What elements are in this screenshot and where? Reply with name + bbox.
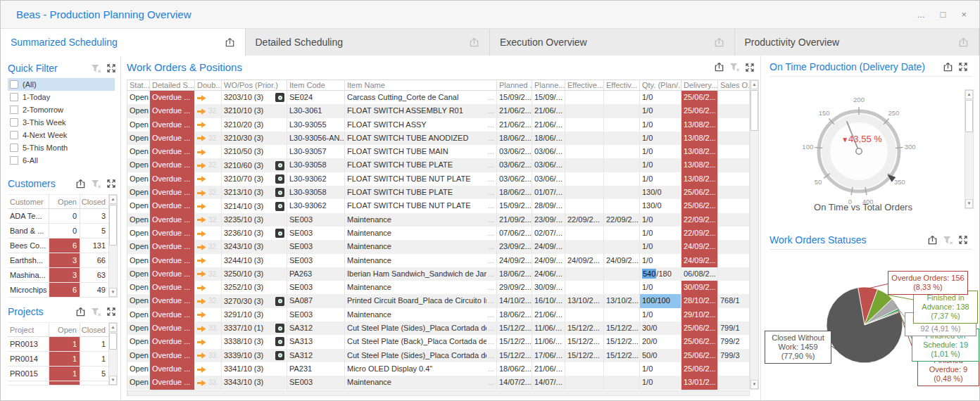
table-row[interactable]: Bees Co...6131 <box>8 238 108 253</box>
maximize-button[interactable]: □ <box>941 9 946 20</box>
column-header-project[interactable]: Project <box>8 323 49 336</box>
horizontal-scrollbar[interactable] <box>127 390 750 396</box>
work-order-row[interactable]: OpenOverdue ...32.3210/60 (3)L30-93058FL… <box>127 158 750 172</box>
tab-productivity-overview[interactable]: Productivity Overview <box>735 29 980 56</box>
work-order-row[interactable]: OpenOverdue ...33.3339/10 (3)SA312Cut St… <box>127 349 750 362</box>
scroll-down-icon[interactable]: ▼ <box>109 288 117 297</box>
work-order-row[interactable]: OpenOverdue ...32.3210/10 (3)L30-3061FLO… <box>127 104 750 117</box>
column-header-detailed-s[interactable]: Detailed S... <box>150 80 195 90</box>
column-header-planned[interactable]: Planned ... <box>497 80 532 90</box>
quick-filter-item-4-next-week[interactable]: 4-Next Week <box>8 129 115 141</box>
quick-filter-item-6-all[interactable]: 6-All <box>8 154 115 167</box>
work-order-row[interactable]: OpenOverdue ...32.3210/30 (3)L30-93056-A… <box>127 132 750 145</box>
work-order-row[interactable]: OpenOverdue ...3236/10 (3)SE003Maintenan… <box>127 227 750 240</box>
filter-clear-icon[interactable] <box>729 63 740 72</box>
column-header-delivery[interactable]: Delivery... <box>681 80 718 90</box>
export-icon[interactable] <box>943 62 953 72</box>
column-header-open[interactable]: Open <box>49 323 80 336</box>
column-header-closed[interactable]: Closed <box>80 323 108 336</box>
tab-execution-overview[interactable]: Execution Overview <box>490 29 735 56</box>
column-header-stat[interactable]: Stat... <box>127 80 150 90</box>
checkbox[interactable] <box>10 106 18 114</box>
column-header-sales-o[interactable]: Sales O... <box>718 80 750 90</box>
checkbox[interactable] <box>10 156 18 165</box>
tab-detailed-scheduling[interactable]: Detailed Scheduling <box>246 29 491 56</box>
scroll-up-icon[interactable]: ▲ <box>965 90 973 99</box>
filter-clear-icon[interactable] <box>91 179 101 189</box>
checkbox[interactable] <box>10 144 18 152</box>
vertical-scrollbar[interactable]: ▲▼ <box>108 194 118 298</box>
expand-icon[interactable] <box>106 179 116 189</box>
table-row[interactable]: Mashina...363 <box>8 268 108 283</box>
work-order-row[interactable]: OpenOverdue ...3338/10 (3)SA313Cut Steel… <box>127 335 750 348</box>
filter-clear-icon[interactable] <box>91 64 101 73</box>
column-header-item-name[interactable]: Item Name <box>345 80 497 90</box>
work-order-row[interactable]: OpenOverdue ...32.3270/30 (3)SA087Printe… <box>127 294 750 307</box>
expand-icon[interactable] <box>106 307 116 317</box>
close-button[interactable]: × <box>961 9 967 20</box>
table-row[interactable]: Band & ...05 <box>8 224 108 238</box>
work-order-row[interactable]: OpenOverdue ...3252/10 (3)SE003Maintenan… <box>127 281 750 294</box>
expand-icon[interactable] <box>958 62 968 72</box>
work-order-row[interactable]: OpenOverdue ...3210/50 (3)L30-93057FLOAT… <box>127 145 750 158</box>
work-order-row[interactable]: OpenOverdue ...33.3343/10 (3)SE003Mainte… <box>127 376 750 389</box>
export-icon[interactable] <box>75 179 86 189</box>
work-order-row[interactable]: OpenOverdue ...33.3337/10 (1)SA312Cut St… <box>127 322 750 335</box>
export-icon[interactable] <box>75 307 86 317</box>
column-header-effective[interactable]: Effective... <box>565 80 604 90</box>
export-icon[interactable] <box>958 37 969 48</box>
work-orders-scrollbar[interactable]: ▲▼ <box>750 79 759 390</box>
quick-filter-item-3-this-week[interactable]: 3-This Week <box>8 116 115 129</box>
scroll-down-icon[interactable]: ▼ <box>965 199 973 208</box>
gauge-panel-scrollbar[interactable]: ▲▼ <box>965 89 974 209</box>
export-icon[interactable] <box>225 37 235 48</box>
table-row[interactable]: PR001515 <box>8 367 108 381</box>
expand-icon[interactable] <box>106 63 116 73</box>
checkbox[interactable] <box>10 80 18 89</box>
expand-icon[interactable] <box>745 63 755 72</box>
quick-filter-item-2-tomorrow[interactable]: 2-Tomorrow <box>8 103 115 116</box>
export-icon[interactable] <box>714 37 724 48</box>
work-order-row[interactable]: OpenOverdue ...3210/70 (3)L30-93062FLOAT… <box>127 172 750 186</box>
column-header-effectiv[interactable]: Effectiv... <box>604 80 640 90</box>
work-order-row[interactable]: OpenOverdue ...3203/10 (3)SE024Carcass C… <box>127 91 750 104</box>
column-header-doub[interactable]: Doub... <box>195 80 222 90</box>
work-order-row[interactable]: OpenOverdue ...3210/20 (3)L30-93055FLOAT… <box>127 118 750 132</box>
work-order-row[interactable]: OpenOverdue ...3341/10 (3)PA231Micro OLE… <box>127 362 750 376</box>
table-row[interactable]: Microchips649 <box>8 283 108 298</box>
vertical-scrollbar[interactable]: ▲▼ <box>108 322 118 386</box>
work-order-row[interactable]: OpenOverdue ...32.3243/10 (3)SE003Mainte… <box>127 240 750 253</box>
scroll-down-icon[interactable]: ▼ <box>109 376 117 385</box>
more-button[interactable]: ... <box>917 9 925 20</box>
scroll-thumb[interactable] <box>965 100 973 132</box>
scroll-thumb[interactable] <box>750 90 758 131</box>
work-order-row[interactable]: OpenOverdue ...32.3235/10 (3)SE003Mainte… <box>127 213 750 227</box>
checkbox[interactable] <box>10 118 18 127</box>
scroll-up-icon[interactable]: ▲ <box>750 80 758 89</box>
column-header-wo-pos-prior[interactable]: WO/Pos (Prior.) <box>222 80 287 90</box>
quick-filter-item-5-this-month[interactable]: 5-This Month <box>8 141 115 154</box>
filter-clear-icon[interactable] <box>91 307 101 317</box>
work-order-row[interactable]: OpenOverdue ...3244/10 (3)SE003Maintenan… <box>127 254 750 267</box>
checkbox[interactable] <box>10 93 18 101</box>
work-order-row[interactable]: OpenOverdue ...32.3250/10 (3)PA263Iberia… <box>127 267 750 281</box>
export-icon[interactable] <box>714 62 724 72</box>
tab-summarized-scheduling[interactable]: Summarized Scheduling <box>1 29 246 56</box>
scroll-thumb[interactable] <box>109 205 117 246</box>
column-header-open[interactable]: Open <box>49 195 80 208</box>
table-row[interactable]: PR001411 <box>8 352 108 367</box>
column-header-planne[interactable]: Planne... <box>532 80 565 90</box>
quick-filter-item-1-today[interactable]: 1-Today <box>8 91 115 103</box>
quick-filter-item-all[interactable]: (All) <box>8 78 115 91</box>
column-header-qty-plan[interactable]: Qty. (Plan/... <box>640 80 681 90</box>
table-row[interactable]: ADA Te...03 <box>8 209 108 224</box>
table-row[interactable]: PR001311 <box>8 337 108 352</box>
work-order-row[interactable]: OpenOverdue ...32.3213/10 (3)L30-93058FL… <box>127 186 750 199</box>
scroll-up-icon[interactable]: ▲ <box>109 323 117 332</box>
column-header-item-code[interactable]: Item Code <box>287 80 345 90</box>
export-icon[interactable] <box>469 37 479 48</box>
scroll-up-icon[interactable]: ▲ <box>109 195 117 204</box>
column-header-closed[interactable]: Closed <box>80 195 108 208</box>
work-order-row[interactable]: OpenOverdue ...3291/10 (3)SE003Maintenan… <box>127 308 750 322</box>
column-header-customer[interactable]: Customer <box>8 195 49 208</box>
